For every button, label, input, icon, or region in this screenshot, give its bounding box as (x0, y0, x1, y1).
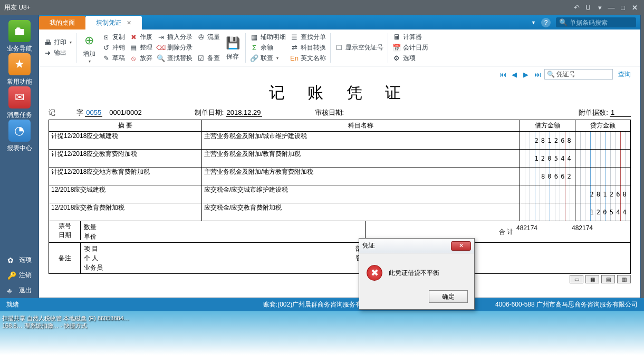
calendar-icon: 📅 (392, 44, 401, 52)
save-button[interactable]: 💾保存 (224, 35, 241, 61)
draft-button[interactable]: ✎草稿 (102, 54, 125, 63)
nav-icon: 🖿 (8, 20, 31, 42)
voucher-document: 记 账 凭 证 记 字 0055 0001/0002 制单日期: 2018.12… (39, 82, 640, 298)
arrange-button[interactable]: ▤整理 (129, 43, 152, 52)
voucher-number[interactable]: 0055 (85, 109, 102, 117)
table-row[interactable]: 12/2018应交教育费附加税应交税金/应交教育费附加税120544 (49, 203, 631, 221)
show-blank-button[interactable]: ☐显示空凭证号 (335, 43, 383, 52)
arrange-icon: ▤ (129, 44, 138, 52)
error-dialog: 凭证 ✕ ✖ 此凭证借贷不平衡 确定 (359, 238, 475, 310)
dialog-close-button[interactable]: ✕ (451, 241, 471, 251)
tabstrip: 我的桌面 填制凭证✕ ▼ ? 🔍 (39, 15, 640, 29)
export-icon: ➜ (43, 49, 52, 57)
calc-icon: 🖩 (392, 33, 401, 42)
attach-count[interactable]: 1 (610, 109, 631, 117)
nav-foot-注销[interactable]: 🔑注销 (2, 268, 37, 283)
query-link[interactable]: 查询 (618, 70, 631, 79)
barcode-search-input[interactable] (570, 19, 633, 26)
print-button[interactable]: 🖶打印▾ (43, 38, 72, 47)
next-record-button[interactable]: ▶ (521, 70, 531, 79)
findbill-icon: ☰ (290, 33, 299, 42)
status-bar: 就绪 账套:(002)广州晨群商务咨询服务有限公… 4006-600-588 广… (0, 298, 644, 311)
copy-button[interactable]: ⎘复制 (102, 33, 125, 42)
status-company: 4006-600-588 广州市高马思商务咨询服务有限公司 (495, 300, 638, 309)
mini-btn-2[interactable]: ▦ (585, 275, 599, 283)
nav-foot-icon: 🔑 (7, 271, 16, 280)
titlebar: 用友 U8+ ↶ U ▾ — □ ✕ (0, 0, 644, 15)
dialog-title: 凭证 (362, 241, 451, 250)
left-nav: 🖿 业务导航 ★ 常用功能 ✉ 消息任务 ◔ 报表中心 ✿选项 🔑注销 ⎆退出 (0, 15, 39, 298)
minimize-button[interactable]: — (606, 3, 617, 12)
nav-foot-退出[interactable]: ⎆退出 (2, 283, 37, 298)
record-nav: ⏮ ◀ ▶ ⏭ 🔍凭证号 查询 (39, 66, 640, 82)
delete-icon: ⌫ (157, 44, 165, 52)
add-button[interactable]: ⊕增加▾ (81, 32, 98, 64)
blank-icon: ☐ (335, 44, 343, 52)
trans-icon: ⇄ (290, 44, 299, 52)
dialog-ok-button[interactable]: 确定 (429, 290, 468, 303)
subject-trans-button[interactable]: ⇄科目转换 (290, 43, 326, 52)
calendar-button[interactable]: 📅会计日历 (392, 43, 428, 52)
nav-报表中心[interactable]: ◔ 报表中心 (7, 120, 32, 153)
search-icon: 🔍 (547, 71, 555, 78)
nav-业务导航[interactable]: 🖿 业务导航 (7, 20, 32, 53)
close-button[interactable]: ✕ (629, 3, 640, 12)
table-row[interactable]: 计提12/2018应交教育费附加税主营业务税金及附加/教育费附加税120544 (49, 150, 631, 167)
tab-desktop[interactable]: 我的桌面 (39, 16, 85, 29)
audit-ref-button[interactable]: ☑备查 (197, 54, 220, 63)
auditref-icon: ☑ (197, 54, 205, 63)
offset-button[interactable]: ↺冲销 (102, 43, 125, 52)
help-icon[interactable]: ? (541, 18, 551, 27)
find-bill-button[interactable]: ☰查找分单 (290, 33, 326, 42)
maximize-button[interactable]: □ (618, 3, 628, 12)
voucher-meta: 记 字 0055 0001/0002 制单日期: 2018.12.29 审核日期… (49, 108, 631, 117)
tri-button[interactable]: ▾ (594, 3, 605, 12)
mini-btn-1[interactable]: ▭ (570, 275, 583, 283)
delete-entry-button[interactable]: ⌫删除分录 (157, 43, 193, 52)
error-icon: ✖ (367, 265, 382, 281)
flow-button[interactable]: ✇流量 (197, 33, 220, 42)
voucher-extras: 票号 日期 数量 单价 合 计 482174 482174 (49, 221, 631, 243)
output-button[interactable]: ➜输出 (43, 48, 72, 57)
printer-icon: 🖶 (43, 38, 52, 47)
invalid-button[interactable]: ✖作废 (129, 33, 152, 42)
copy-icon: ⎘ (102, 33, 110, 42)
aux-detail-button[interactable]: ▦辅助明细 (250, 33, 286, 42)
calc-button[interactable]: 🖩计算器 (392, 33, 428, 42)
en-icon: En (290, 54, 299, 63)
en-name-button[interactable]: En英文名称 (290, 54, 326, 63)
tab-close-icon[interactable]: ✕ (127, 19, 131, 26)
abandon-button[interactable]: ⦸放弃 (129, 54, 152, 63)
voucher-seq: 0001/0002 (109, 109, 141, 116)
desktop-shortcuts: 扫描共享 自然人税收管 本地磁盘 (E) 86053884… 168.8… 理系… (0, 313, 131, 330)
first-record-button[interactable]: ⏮ (498, 70, 507, 79)
find-replace-button[interactable]: 🔍查找替换 (157, 54, 193, 63)
status-ready: 就绪 (6, 300, 45, 309)
prev-record-button[interactable]: ◀ (510, 70, 519, 79)
tab-voucher[interactable]: 填制凭证✕ (85, 16, 142, 29)
link-check-button[interactable]: 🔗联查▾ (250, 54, 286, 63)
mini-btn-4[interactable]: ▥ (617, 275, 631, 283)
insert-entry-button[interactable]: ⇥插入分录 (157, 33, 193, 42)
option-button[interactable]: ⚙选项 (392, 54, 428, 63)
voucher-no-field[interactable]: 🔍凭证号 (544, 69, 613, 80)
table-row[interactable]: 计提12/2018应交城建税主营业务税金及附加/城市维护建设税281268 (49, 132, 631, 150)
undo-button[interactable]: ↶ (571, 3, 582, 12)
table-row[interactable]: 计提12/2018应交地方教育费附加税主营业务税金及附加/地方教育费附加税806… (49, 167, 631, 185)
u-button[interactable]: U (583, 3, 593, 12)
last-record-button[interactable]: ⏭ (533, 70, 542, 79)
nav-icon: ✉ (8, 86, 31, 109)
dropdown-icon[interactable]: ▼ (531, 20, 536, 25)
voucher-table: 摘 要 科目名称 借方金额 贷方金额 计提12/2018应交城建税主营业务税金及… (49, 120, 631, 221)
table-row[interactable]: 12/2018应交城建税应交税金/应交城市维护建设税281268 (49, 185, 631, 203)
nav-常用功能[interactable]: ★ 常用功能 (7, 53, 32, 86)
voucher-title: 记 账 凭 证 (49, 82, 631, 104)
mini-btn-3[interactable]: ▤ (601, 275, 615, 283)
add-icon: ⊕ (81, 32, 98, 49)
make-date[interactable]: 2018.12.29 (226, 109, 262, 117)
nav-icon: ◔ (8, 120, 31, 142)
nav-消息任务[interactable]: ✉ 消息任务 (7, 86, 32, 120)
balance-button[interactable]: Σ余额 (250, 43, 286, 52)
nav-foot-选项[interactable]: ✿选项 (2, 252, 37, 268)
barcode-search[interactable]: 🔍 (556, 17, 636, 27)
